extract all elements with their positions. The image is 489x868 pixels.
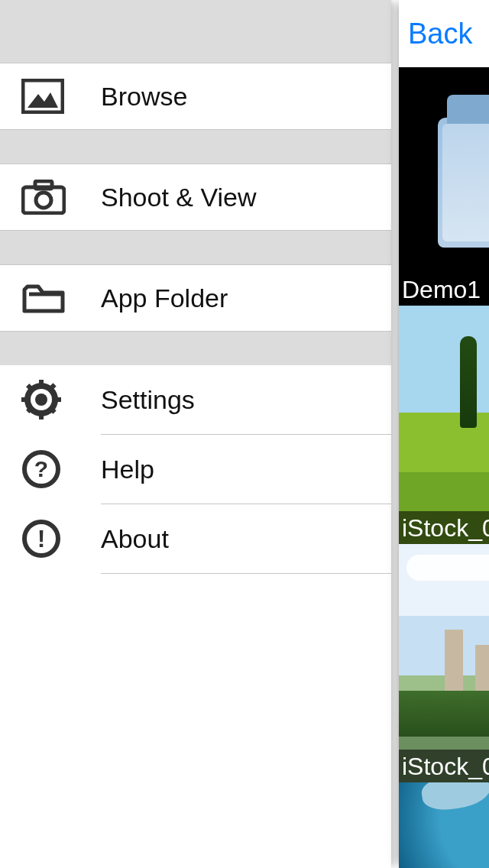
- menu-item-app-folder[interactable]: App Folder: [0, 264, 391, 332]
- svg-rect-3: [35, 181, 52, 189]
- photo-browser[interactable]: Demo1 iStock_0 iStock_0: [399, 67, 489, 868]
- menu-item-label: App Folder: [73, 283, 228, 313]
- menu-item-about[interactable]: ! About: [0, 504, 391, 573]
- menu-item-label: Browse: [73, 82, 187, 112]
- svg-text:?: ?: [34, 456, 48, 481]
- tile-caption: iStock_0: [399, 511, 489, 544]
- menu-spacer: [0, 0, 391, 63]
- menu-sublist: Settings ? Help !: [0, 365, 391, 574]
- back-button[interactable]: Back: [408, 18, 472, 50]
- folder-icon: [438, 118, 489, 248]
- gear-icon: [21, 381, 73, 419]
- menu-item-shoot-view[interactable]: Shoot & View: [0, 164, 391, 231]
- menu-item-settings[interactable]: Settings: [0, 365, 391, 434]
- menu-item-help[interactable]: ? Help: [0, 435, 391, 504]
- svg-rect-9: [39, 412, 44, 419]
- menu-spacer: [0, 332, 391, 365]
- camera-icon: [21, 178, 73, 216]
- main-panel: Back Demo1 iStock_0 iStock_0: [399, 0, 489, 868]
- svg-point-4: [36, 193, 51, 208]
- photo-tile[interactable]: iStock_0: [399, 544, 489, 782]
- info-icon: !: [21, 520, 73, 558]
- tile-caption: iStock_0: [399, 750, 489, 782]
- menu-item-browse[interactable]: Browse: [0, 63, 391, 130]
- menu-item-label: Help: [73, 455, 391, 484]
- svg-rect-8: [39, 380, 44, 387]
- menu-item-label: Shoot & View: [73, 183, 257, 212]
- menu-spacer: [0, 231, 391, 264]
- divider: [101, 573, 391, 574]
- menu-item-label: Settings: [73, 385, 391, 415]
- folder-tile[interactable]: Demo1: [399, 67, 489, 306]
- photo-tile[interactable]: [399, 782, 489, 868]
- picture-icon: [21, 77, 73, 115]
- svg-rect-11: [53, 397, 61, 402]
- svg-rect-10: [21, 397, 29, 402]
- svg-marker-1: [28, 92, 58, 108]
- navbar: Back: [399, 0, 489, 67]
- side-menu: Browse Shoot & View App Folder: [0, 0, 391, 868]
- menu-item-label: About: [73, 524, 391, 554]
- help-icon: ?: [21, 450, 73, 488]
- svg-text:!: !: [37, 525, 46, 552]
- folder-icon: [21, 279, 73, 317]
- tile-caption: Demo1: [399, 273, 489, 306]
- photo-tile[interactable]: iStock_0: [399, 306, 489, 544]
- svg-point-7: [35, 394, 47, 406]
- menu-spacer: [0, 130, 391, 164]
